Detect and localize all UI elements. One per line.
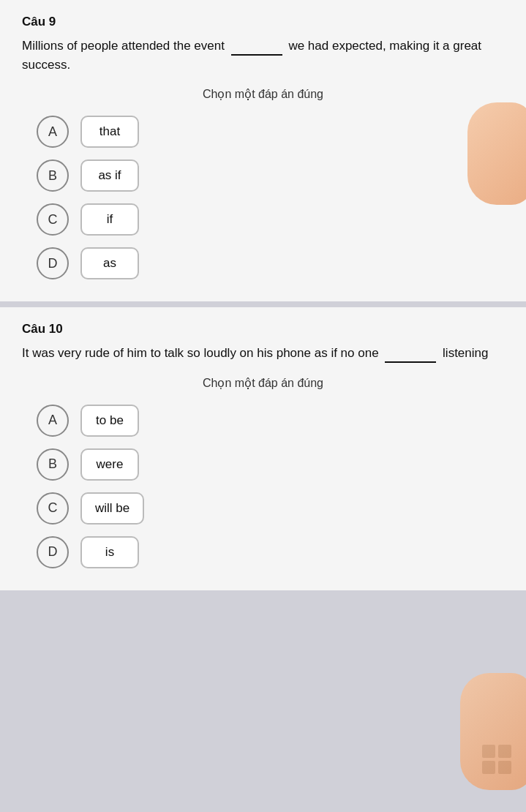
option-row-10-c[interactable]: C will be <box>37 492 504 525</box>
question-card-10: Câu 10 It was very rude of him to talk s… <box>0 307 526 590</box>
option-label-9-d[interactable]: as <box>80 247 139 279</box>
instruction-10: Chọn một đáp án đúng <box>22 376 504 390</box>
option-circle-9-b[interactable]: B <box>37 159 69 192</box>
question-text-after-blank-10: listening <box>443 346 488 360</box>
finger-bottom-right <box>460 673 526 790</box>
option-label-9-a[interactable]: that <box>80 116 139 148</box>
blank-10 <box>385 342 436 363</box>
option-row-9-d[interactable]: D as <box>37 247 504 279</box>
option-label-10-b[interactable]: were <box>80 448 139 481</box>
option-circle-9-d[interactable]: D <box>37 247 69 279</box>
question-card-9: Câu 9 Millions of people attended the ev… <box>0 0 526 301</box>
blank-9 <box>231 35 282 56</box>
option-circle-10-b[interactable]: B <box>37 448 69 481</box>
section-separator <box>0 301 526 307</box>
option-row-10-b[interactable]: B were <box>37 448 504 481</box>
option-label-9-c[interactable]: if <box>80 203 139 236</box>
question-text-before-blank-10: It was very rude of him to talk so loudl… <box>22 346 379 360</box>
options-list-10: A to be B were C will be D is <box>22 405 504 568</box>
option-label-10-c[interactable]: will be <box>80 492 144 525</box>
option-label-10-a[interactable]: to be <box>80 405 139 437</box>
option-row-10-d[interactable]: D is <box>37 536 504 568</box>
option-label-10-d[interactable]: is <box>80 536 139 568</box>
option-circle-9-c[interactable]: C <box>37 203 69 236</box>
question-text-9: Millions of people attended the event we… <box>22 35 504 74</box>
question-text-before-blank-9: Millions of people attended the event <box>22 39 225 53</box>
options-list-9: A that B as if C if D as <box>22 116 504 279</box>
option-circle-10-c[interactable]: C <box>37 492 69 525</box>
option-circle-10-a[interactable]: A <box>37 405 69 437</box>
option-circle-10-d[interactable]: D <box>37 536 69 568</box>
option-row-9-b[interactable]: B as if <box>37 159 504 192</box>
finger-top-right <box>467 102 526 205</box>
option-label-9-b[interactable]: as if <box>80 159 139 192</box>
question-number-10: Câu 10 <box>22 322 504 337</box>
question-number-9: Câu 9 <box>22 15 504 29</box>
option-row-9-a[interactable]: A that <box>37 116 504 148</box>
instruction-9: Chọn một đáp án đúng <box>22 87 504 101</box>
option-row-9-c[interactable]: C if <box>37 203 504 236</box>
question-text-10: It was very rude of him to talk so loudl… <box>22 342 504 363</box>
option-circle-9-a[interactable]: A <box>37 116 69 148</box>
option-row-10-a[interactable]: A to be <box>37 405 504 437</box>
